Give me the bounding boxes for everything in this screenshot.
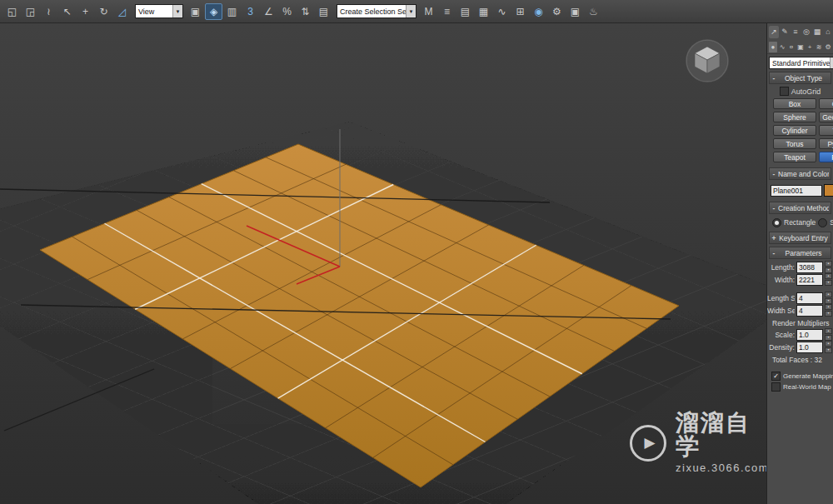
- category-cameras-icon[interactable]: ▣: [796, 42, 805, 52]
- rollout-collapse-icon[interactable]: -: [770, 170, 778, 178]
- rollout-object-type[interactable]: - Object Type: [769, 72, 831, 84]
- density-spinner[interactable]: ▴▾: [825, 341, 832, 353]
- radio-square[interactable]: [818, 218, 827, 227]
- autogrid-checkbox[interactable]: [780, 87, 789, 96]
- schematic-view-icon[interactable]: ⊞: [511, 3, 529, 20]
- render-production-icon[interactable]: ♨: [585, 3, 602, 20]
- category-shapes-icon[interactable]: ∿: [778, 42, 786, 52]
- object-name-input[interactable]: Plane001: [771, 185, 822, 197]
- spinner-snap-toggle-icon[interactable]: ⇅: [297, 3, 314, 20]
- real-world-map-checkbox[interactable]: [771, 382, 781, 392]
- named-selection-sets-value: Create Selection Se: [337, 7, 406, 16]
- width-segs-spinner[interactable]: ▴▾: [825, 304, 832, 317]
- rollout-object-type-title: Object Type: [778, 74, 829, 82]
- length-segs-row: Length Segs: 4 ▴▾: [767, 292, 833, 304]
- select-and-link-icon[interactable]: ◱: [3, 3, 21, 20]
- reference-coordinate-system-combo[interactable]: View ▼: [135, 4, 183, 18]
- bind-to-space-warp-icon[interactable]: ≀: [40, 3, 57, 20]
- cylinder-button[interactable]: Cylinder: [773, 125, 816, 136]
- watermark-play-icon: ▶: [630, 425, 666, 462]
- category-helpers-icon[interactable]: +: [806, 42, 814, 52]
- named-selection-sets-combo[interactable]: Create Selection Se ▼: [337, 4, 416, 18]
- rollout-expand-icon[interactable]: +: [770, 234, 778, 242]
- category-space-warps-icon[interactable]: ≋: [815, 42, 823, 52]
- mirror-icon[interactable]: M: [420, 3, 437, 20]
- geosphere-button[interactable]: GeoSphere: [819, 112, 833, 122]
- graphite-modeling-tools-icon[interactable]: ▦: [475, 3, 492, 20]
- width-spinner[interactable]: ▴▾: [825, 273, 832, 286]
- cone-button[interactable]: Cone: [819, 98, 833, 109]
- angle-snap-toggle-icon[interactable]: ∠: [260, 3, 277, 20]
- tab-modify-icon[interactable]: ✎: [780, 26, 790, 38]
- command-panel: ↗ ✎ ≡ ◎ ▦ ⌂ ● ∿ ¤ ▣ + ≋ ⚙ Standard Primi…: [766, 23, 833, 504]
- percent-snap-toggle-icon[interactable]: %: [278, 3, 296, 20]
- rollout-name-and-color-title: Name and Color: [778, 170, 829, 178]
- length-input[interactable]: 3088: [796, 262, 823, 273]
- select-and-move-icon[interactable]: +: [77, 3, 94, 20]
- generate-mapping-checkbox[interactable]: ✓: [771, 372, 781, 381]
- curve-editor-icon[interactable]: ∿: [493, 3, 511, 20]
- chevron-down-icon[interactable]: ▼: [172, 5, 182, 17]
- check-icon: ✓: [773, 372, 779, 380]
- tab-create-icon[interactable]: ↗: [769, 26, 779, 38]
- length-segs-spinner[interactable]: ▴▾: [825, 292, 832, 304]
- length-spinner[interactable]: ▴▾: [825, 261, 832, 273]
- tube-button[interactable]: Tube: [819, 125, 833, 136]
- length-segs-input[interactable]: 4: [796, 292, 823, 304]
- select-and-rotate-icon[interactable]: ↻: [95, 3, 112, 20]
- autogrid-row: AutoGrid: [767, 86, 833, 97]
- rollout-parameters[interactable]: - Parameters: [769, 247, 831, 259]
- perspective-viewport[interactable]: ▶ 溜溜自学 zixue.3066.com: [0, 23, 766, 504]
- sphere-button[interactable]: Sphere: [773, 112, 816, 122]
- primitives-category-combo[interactable]: Standard Primitives ▼: [769, 57, 833, 69]
- select-and-manipulate-icon[interactable]: ◈: [205, 3, 222, 20]
- keyboard-shortcut-override-icon[interactable]: ▥: [223, 3, 241, 20]
- tab-hierarchy-icon[interactable]: ≡: [791, 26, 801, 38]
- rollout-creation-method[interactable]: - Creation Method: [769, 202, 831, 214]
- rollout-name-and-color[interactable]: - Name and Color: [769, 167, 831, 180]
- chevron-down-icon[interactable]: ▼: [406, 5, 416, 17]
- tab-display-icon[interactable]: ▦: [812, 26, 822, 38]
- chevron-down-icon[interactable]: ▼: [830, 57, 833, 68]
- width-segs-input[interactable]: 4: [796, 305, 823, 317]
- material-editor-icon[interactable]: ◉: [530, 3, 547, 20]
- select-and-scale-icon[interactable]: ◿: [113, 3, 131, 20]
- select-object-icon[interactable]: ↖: [58, 3, 76, 20]
- use-pivot-point-center-icon[interactable]: ▣: [187, 3, 204, 20]
- density-label: Density:: [767, 343, 795, 352]
- scale-input[interactable]: 1.0: [796, 329, 823, 341]
- tab-utilities-icon[interactable]: ⌂: [823, 26, 833, 38]
- box-button[interactable]: Box: [773, 98, 816, 109]
- viewcube[interactable]: [686, 40, 728, 82]
- plane-button[interactable]: Plane: [819, 152, 833, 162]
- unlink-selection-icon[interactable]: ◲: [22, 3, 39, 20]
- pyramid-button[interactable]: Pyramid: [819, 138, 833, 149]
- tab-motion-icon[interactable]: ◎: [801, 26, 811, 38]
- length-label: Length:: [767, 263, 795, 272]
- category-lights-icon[interactable]: ¤: [787, 42, 796, 52]
- align-icon[interactable]: ≡: [438, 3, 456, 20]
- object-color-swatch[interactable]: [824, 184, 833, 197]
- torus-button[interactable]: Torus: [773, 138, 816, 149]
- teapot-button[interactable]: Teapot: [773, 152, 816, 162]
- rollout-collapse-icon[interactable]: -: [770, 204, 778, 212]
- radio-rectangle[interactable]: [772, 218, 781, 227]
- scale-spinner[interactable]: ▴▾: [825, 328, 832, 341]
- density-row: Density: 1.0 ▴▾: [767, 341, 833, 353]
- edit-named-selection-sets-icon[interactable]: ▤: [315, 3, 332, 20]
- width-segs-row: Width Segs: 4 ▴▾: [767, 304, 833, 317]
- render-multipliers-label: Render Multipliers: [767, 317, 833, 328]
- watermark-url: zixue.3066.com: [676, 462, 766, 474]
- category-geometry-icon[interactable]: ●: [769, 42, 777, 52]
- rendered-frame-window-icon[interactable]: ▣: [566, 3, 584, 20]
- layer-manager-icon[interactable]: ▤: [456, 3, 474, 20]
- category-systems-icon[interactable]: ⚙: [824, 42, 832, 52]
- snaps-toggle-3d-icon[interactable]: 3: [242, 3, 259, 20]
- width-input[interactable]: 2221: [796, 274, 823, 286]
- rollout-collapse-icon[interactable]: -: [770, 249, 778, 257]
- rollout-keyboard-entry[interactable]: + Keyboard Entry: [769, 232, 831, 244]
- radio-square-label: Square: [830, 218, 833, 227]
- render-setup-icon[interactable]: ⚙: [548, 3, 566, 20]
- density-input[interactable]: 1.0: [796, 342, 823, 353]
- rollout-collapse-icon[interactable]: -: [770, 74, 778, 82]
